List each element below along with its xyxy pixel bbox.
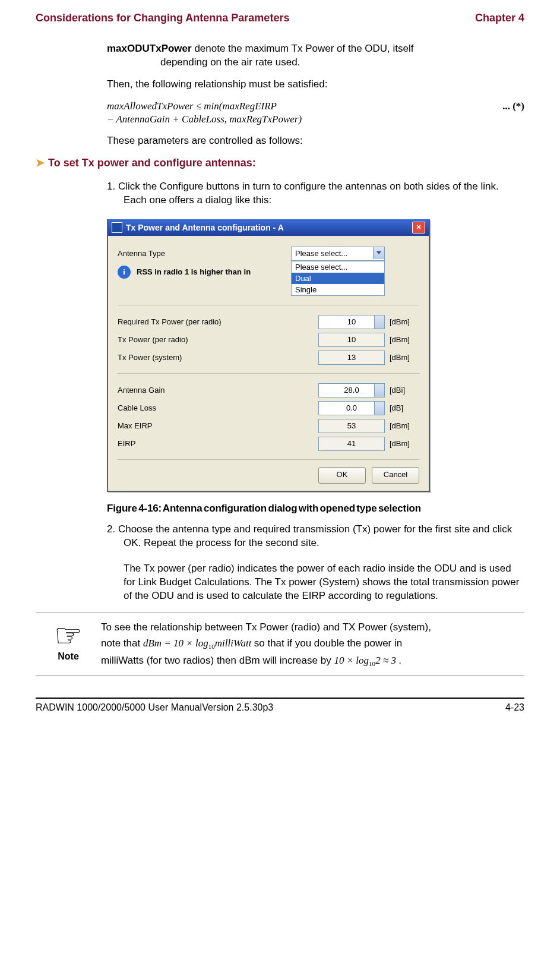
procedure-heading-text: To set Tx power and configure antennas: — [48, 157, 256, 169]
required-tx-power-label: Required Tx Power (per radio) — [118, 317, 318, 326]
antenna-type-label: Antenna Type — [118, 249, 291, 258]
tx-power-radio-label: Tx Power (per radio) — [118, 335, 318, 344]
max-eirp-label: Max EIRP — [118, 421, 318, 430]
pointing-hand-icon: ☞ — [36, 619, 101, 651]
required-tx-power-value: 10 — [347, 317, 356, 326]
cable-loss-unit: [dB] — [390, 403, 419, 412]
cable-loss-label: Cable Loss — [118, 403, 318, 412]
note-block: ☞ Note To see the relationship between T… — [36, 613, 524, 676]
eirp-value: 41 — [318, 437, 385, 451]
note-label: Note — [36, 651, 101, 662]
tx-power-system-value: 13 — [318, 351, 385, 365]
dialog-title-icon — [112, 222, 122, 233]
note-equation-2: 10 × log102 ≈ 3 — [334, 655, 398, 666]
note-body: To see the relationship between Tx Power… — [101, 619, 524, 670]
footer-right: 4-23 — [505, 702, 524, 713]
note-line-3a: milliWatts (for two radios) then dBm wil… — [101, 655, 334, 666]
info-text: RSS in radio 1 is higher than in — [137, 267, 251, 276]
inequality-equation: maxAllowedTxPower ≤ min(maxRegEIRP ... (… — [107, 100, 524, 126]
max-eirp-value: 53 — [318, 419, 385, 433]
close-icon[interactable]: × — [412, 222, 425, 233]
antenna-type-options[interactable]: Please select... Dual Single — [291, 261, 385, 296]
step-1: 1. Click the Configure buttons in turn t… — [107, 180, 524, 207]
arrow-icon: ➤ — [36, 157, 45, 169]
tx-power-radio-unit: [dBm] — [390, 335, 419, 344]
note-line-1: To see the relationship between Tx Power… — [101, 621, 431, 633]
antenna-gain-label: Antenna Gain — [118, 386, 318, 395]
equation-line-1: maxAllowedTxPower ≤ min(maxRegEIRP — [107, 100, 277, 112]
dialog-title-text: Tx Power and Antenna configuration - A — [126, 223, 412, 232]
tx-power-system-label: Tx Power (system) — [118, 353, 318, 362]
then-paragraph: Then, the following relationship must be… — [107, 78, 524, 91]
cable-loss-value: 0.0 — [346, 403, 357, 412]
required-tx-power-input[interactable]: 10 — [318, 315, 385, 329]
page-header: Considerations for Changing Antenna Para… — [36, 12, 524, 24]
term-maxodutxpower: maxODUTxPower — [107, 43, 192, 54]
tx-power-radio-value: 10 — [318, 333, 385, 347]
definition-block: maxODUTxPower denote the maximum Tx Powe… — [107, 42, 524, 70]
controlled-paragraph: These parameters are controlled as follo… — [107, 134, 524, 148]
eirp-unit: [dBm] — [390, 439, 419, 448]
cable-loss-input[interactable]: 0.0 — [318, 401, 385, 415]
step-2-details: The Tx power (per radio) indicates the p… — [107, 562, 524, 603]
antenna-type-value[interactable]: Please select... — [291, 247, 385, 261]
note-line-3b: . — [398, 655, 401, 666]
spinner-up-icon[interactable] — [378, 386, 382, 389]
spinner-down-icon[interactable] — [378, 392, 382, 395]
chevron-down-icon[interactable] — [373, 247, 384, 259]
option-single[interactable]: Single — [292, 284, 384, 295]
definition-text-1: denote the maximum Tx Power of the ODU, … — [192, 43, 414, 54]
spinner-up-icon[interactable] — [378, 404, 382, 406]
dialog-titlebar: Tx Power and Antenna configuration - A × — [108, 219, 429, 236]
equation-reference-star: ... (*) — [502, 100, 524, 113]
note-line-2b: so that if you double the power in — [254, 638, 403, 649]
option-please-select[interactable]: Please select... — [292, 261, 384, 273]
spinner-up-icon[interactable] — [378, 318, 382, 320]
antenna-gain-input[interactable]: 28.0 — [318, 383, 385, 397]
antenna-gain-unit: [dBi] — [390, 386, 419, 395]
figure-caption: Figure 4-16: Antenna configuration dialo… — [107, 503, 524, 515]
equation-line-2: − AntennaGain + CableLoss, maxRegTxPower… — [107, 113, 302, 125]
spinner-down-icon[interactable] — [378, 324, 382, 326]
required-tx-power-unit: [dBm] — [390, 317, 419, 326]
page-footer: RADWIN 1000/2000/5000 User ManualVersion… — [36, 698, 524, 713]
option-dual[interactable]: Dual — [292, 273, 384, 284]
eirp-label: EIRP — [118, 439, 318, 448]
antenna-config-dialog: Tx Power and Antenna configuration - A ×… — [107, 219, 430, 492]
note-equation-1: dBm = 10 × log10milliWatt — [143, 638, 254, 649]
step-2: 2. Choose the antenna type and required … — [107, 523, 524, 550]
note-line-2a: note that — [101, 638, 143, 649]
spinner-down-icon[interactable] — [378, 410, 382, 412]
info-icon: i — [118, 266, 131, 279]
header-left: Considerations for Changing Antenna Para… — [36, 12, 289, 24]
max-eirp-unit: [dBm] — [390, 421, 419, 430]
procedure-heading: ➤To set Tx power and configure antennas: — [36, 156, 524, 169]
definition-text-2: depending on the air rate used. — [107, 56, 524, 70]
footer-left: RADWIN 1000/2000/5000 User ManualVersion… — [36, 702, 273, 713]
antenna-type-dropdown[interactable]: Please select... Please select... Dual S… — [291, 247, 385, 261]
tx-power-system-unit: [dBm] — [390, 353, 419, 362]
cancel-button[interactable]: Cancel — [372, 467, 419, 484]
header-right: Chapter 4 — [475, 12, 524, 24]
antenna-gain-value: 28.0 — [344, 386, 359, 395]
ok-button[interactable]: OK — [318, 467, 366, 484]
